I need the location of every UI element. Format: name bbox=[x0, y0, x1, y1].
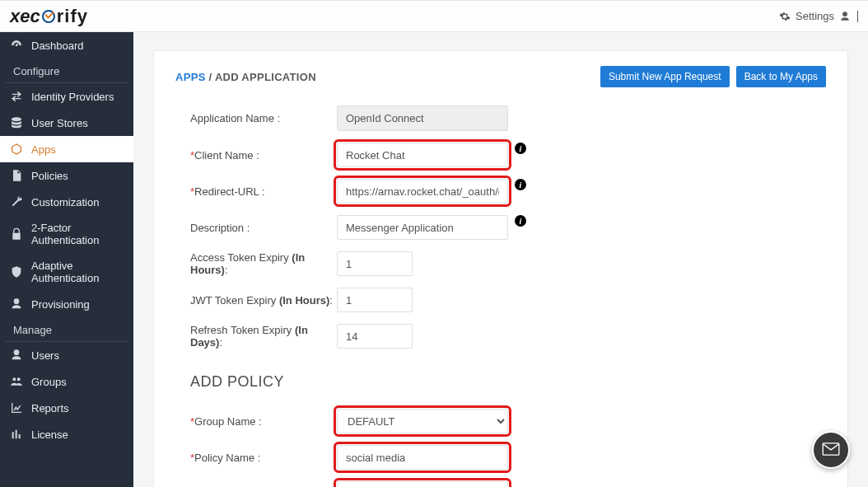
description-label: Description : bbox=[190, 222, 337, 234]
refresh-expiry-label: Refresh Token Expiry (In Days): bbox=[190, 324, 337, 349]
top-bar: xecrify Settings bbox=[0, 0, 868, 32]
sidebar-item-label: Policies bbox=[31, 170, 68, 182]
sidebar-item-reports[interactable]: Reports bbox=[0, 395, 133, 421]
info-icon[interactable]: i bbox=[515, 179, 526, 190]
app-name-label: Application Name : bbox=[190, 112, 337, 124]
sidebar-item-2fa[interactable]: 2-Factor Authentication bbox=[0, 215, 133, 253]
info-icon[interactable]: i bbox=[515, 143, 526, 154]
sidebar-item-label: Groups bbox=[31, 376, 67, 388]
person-icon bbox=[10, 297, 23, 311]
sidebar-item-provisioning[interactable]: Provisioning bbox=[0, 291, 133, 317]
gauge-icon bbox=[10, 39, 23, 52]
breadcrumb-root[interactable]: APPS bbox=[175, 71, 206, 83]
sidebar-item-label: User Stores bbox=[31, 117, 88, 129]
brand-logo: xecrify bbox=[10, 6, 88, 27]
breadcrumb: APPS / ADD APPLICATION bbox=[175, 71, 316, 83]
redirect-url-input[interactable] bbox=[337, 179, 508, 204]
jwt-expiry-label: JWT Token Expiry (In Hours): bbox=[190, 294, 337, 307]
sidebar-item-label: Users bbox=[31, 349, 59, 362]
sidebar-item-label: 2-Factor Authentication bbox=[31, 222, 124, 246]
card-header: APPS / ADD APPLICATION Submit New App Re… bbox=[175, 66, 826, 87]
policy-name-input[interactable] bbox=[337, 445, 508, 470]
contact-fab[interactable] bbox=[812, 431, 850, 469]
sidebar-item-label: Reports bbox=[31, 402, 69, 414]
cube-icon bbox=[10, 143, 23, 156]
access-expiry-label: Access Token Expiry (In Hours): bbox=[190, 251, 337, 276]
sidebar-item-label: Identity Providers bbox=[31, 91, 114, 103]
sidebar-group-configure: Configure bbox=[5, 59, 128, 83]
sidebar-item-license[interactable]: License bbox=[0, 421, 133, 447]
refresh-expiry-input[interactable] bbox=[337, 324, 413, 349]
redirect-url-label: *Redirect-URL : bbox=[190, 185, 337, 198]
sidebar-item-policies[interactable]: Policies bbox=[0, 162, 133, 189]
sidebar-item-label: License bbox=[31, 428, 68, 441]
sidebar-item-groups[interactable]: Groups bbox=[0, 368, 133, 395]
breadcrumb-current: ADD APPLICATION bbox=[215, 71, 316, 83]
exchange-icon bbox=[10, 90, 23, 103]
login-method-select[interactable]: Password bbox=[337, 481, 508, 487]
back-to-apps-button[interactable]: Back to My Apps bbox=[736, 66, 826, 87]
sidebar-item-users[interactable]: Users bbox=[0, 342, 133, 368]
jwt-expiry-input[interactable] bbox=[337, 288, 413, 312]
database-icon bbox=[10, 116, 23, 129]
policy-name-label: *Policy Name : bbox=[190, 452, 337, 464]
settings-link[interactable]: Settings bbox=[796, 10, 834, 22]
client-name-input[interactable] bbox=[337, 143, 508, 167]
group-name-label: *Group Name : bbox=[190, 415, 337, 428]
add-policy-title: ADD POLICY bbox=[190, 373, 826, 391]
sidebar-group-manage: Manage bbox=[5, 317, 128, 342]
top-right: Settings bbox=[779, 10, 858, 22]
form-area: Application Name : OpenId Connect *Clien… bbox=[175, 105, 826, 487]
info-icon[interactable]: i bbox=[515, 215, 526, 227]
sidebar-item-adaptive[interactable]: Adaptive Authentication bbox=[0, 253, 133, 291]
sidebar-item-label: Customization bbox=[31, 196, 99, 208]
bars-icon bbox=[10, 428, 23, 441]
vbar bbox=[857, 11, 858, 22]
sidebar-item-label: Dashboard bbox=[31, 40, 84, 52]
document-icon bbox=[10, 169, 23, 182]
sidebar-item-label: Provisioning bbox=[31, 298, 90, 311]
app-form-card: APPS / ADD APPLICATION Submit New App Re… bbox=[153, 50, 848, 487]
mail-icon bbox=[822, 443, 840, 458]
sidebar-item-dashboard[interactable]: Dashboard bbox=[0, 32, 133, 59]
gear-icon[interactable] bbox=[779, 11, 791, 22]
shield-icon bbox=[10, 265, 23, 279]
users-icon bbox=[10, 375, 23, 388]
user-icon bbox=[10, 349, 23, 362]
sidebar-item-label: Apps bbox=[31, 143, 56, 156]
logo-check-icon bbox=[42, 10, 55, 23]
group-name-select[interactable]: DEFAULT bbox=[337, 409, 508, 433]
access-expiry-input[interactable] bbox=[337, 251, 413, 276]
svg-rect-0 bbox=[823, 443, 839, 454]
sidebar-item-label: Adaptive Authentication bbox=[31, 260, 124, 284]
sidebar-item-customization[interactable]: Customization bbox=[0, 189, 133, 215]
wrench-icon bbox=[10, 195, 23, 208]
user-icon[interactable] bbox=[839, 11, 851, 22]
sidebar-item-apps[interactable]: Apps bbox=[0, 136, 133, 162]
main-scroll[interactable]: APPS / ADD APPLICATION Submit New App Re… bbox=[133, 32, 868, 487]
sidebar: Dashboard Configure Identity Providers U… bbox=[0, 32, 133, 487]
sidebar-item-user-stores[interactable]: User Stores bbox=[0, 110, 133, 136]
chart-icon bbox=[10, 401, 23, 414]
lock-icon bbox=[10, 227, 23, 241]
submit-new-app-button[interactable]: Submit New App Request bbox=[600, 66, 730, 87]
client-name-label: *Client Name : bbox=[190, 149, 337, 162]
sidebar-item-idp[interactable]: Identity Providers bbox=[0, 83, 133, 110]
description-input[interactable] bbox=[337, 215, 508, 240]
app-name-value: OpenId Connect bbox=[337, 105, 508, 131]
